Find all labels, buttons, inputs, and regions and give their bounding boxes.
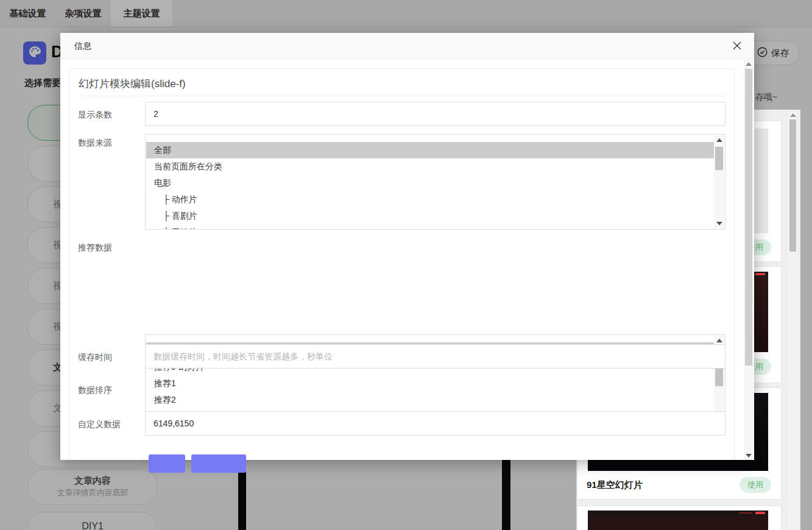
template-thumbnail — [588, 511, 768, 530]
use-template-button[interactable]: 使用 — [740, 477, 771, 493]
scroll-up-icon[interactable] — [716, 339, 722, 342]
select-option[interactable]: 全部 — [146, 142, 715, 158]
close-icon[interactable] — [732, 41, 743, 52]
select-option[interactable]: 推荐1 — [146, 375, 715, 392]
thumbnail-browser-bar — [588, 511, 768, 516]
select-option[interactable]: ├ 动作片 — [146, 191, 715, 208]
select-option[interactable]: 推荐2 — [146, 392, 715, 408]
secondary-action-button[interactable] — [191, 454, 246, 473]
list-scrollbar[interactable] — [714, 135, 724, 228]
submit-button[interactable] — [149, 454, 185, 473]
dialog-title: 信息 — [74, 41, 91, 52]
scrollbar-thumb[interactable] — [789, 119, 796, 252]
template-panel-scrollbar[interactable] — [788, 111, 797, 530]
divider — [79, 96, 726, 96]
select-option[interactable]: ├ 喜剧片 — [146, 208, 715, 224]
field-label-recommend: 推荐数据 — [78, 242, 112, 253]
dialog-header: 信息 — [60, 33, 754, 59]
dialog-scrollbar[interactable] — [744, 60, 754, 460]
scrollbar-thumb[interactable] — [745, 69, 752, 366]
template-title: 91星空幻灯片 — [587, 479, 643, 491]
scroll-up-icon[interactable] — [746, 62, 752, 66]
field-label-display-count: 显示条数 — [78, 110, 112, 121]
field-label-custom-data: 自定义数据 — [78, 419, 121, 430]
scroll-down-icon[interactable] — [716, 222, 722, 225]
select-option[interactable]: 电影 — [146, 175, 715, 191]
template-card[interactable] — [577, 506, 782, 530]
select-option[interactable]: 当前页面所在分类 — [146, 158, 715, 175]
cache-time-input[interactable] — [145, 344, 726, 369]
field-label-cache-time: 缓存时间 — [78, 352, 112, 363]
scroll-up-icon[interactable] — [716, 138, 722, 142]
info-dialog: 信息 幻灯片模块编辑(slide-f) 显示条数 数据来源 全部 当前页面所在分… — [60, 33, 754, 460]
select-option[interactable]: ├ 爱情片 — [146, 224, 715, 230]
field-label-data-source: 数据来源 — [78, 138, 112, 149]
scroll-down-icon[interactable] — [746, 454, 752, 458]
data-source-multiselect[interactable]: 全部 当前页面所在分类 电影 ├ 动作片 ├ 喜剧片 ├ 爱情片 — [145, 134, 726, 230]
form-title: 幻灯片模块编辑(slide-f) — [79, 77, 186, 91]
custom-data-input[interactable] — [145, 411, 726, 436]
scrollbar-thumb[interactable] — [715, 147, 723, 170]
display-count-input[interactable] — [145, 102, 726, 126]
scroll-up-icon[interactable] — [790, 113, 796, 117]
field-label-data-sort: 数据排序 — [78, 385, 112, 396]
